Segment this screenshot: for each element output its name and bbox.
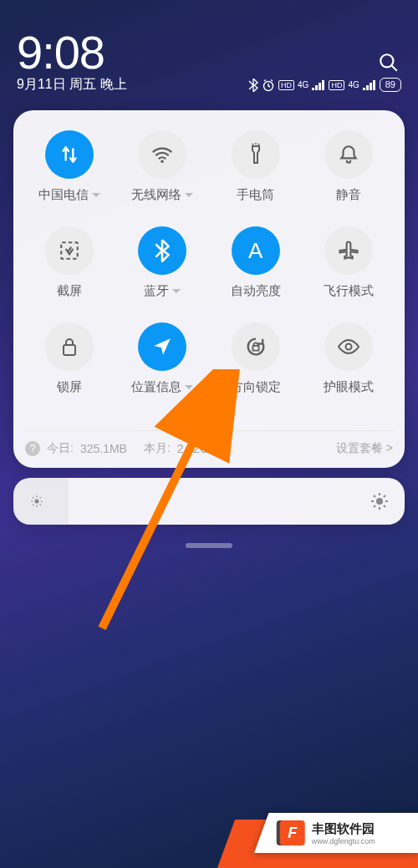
tile-bluetooth[interactable]: 蓝牙 <box>119 226 207 299</box>
data-icon <box>45 130 94 179</box>
tile-label: 蓝牙 <box>144 283 169 299</box>
tile-flashlight[interactable]: 手电筒 <box>212 130 300 203</box>
hd-badge-2-icon: HD <box>329 80 344 90</box>
search-icon <box>378 52 400 74</box>
tile-label: 位置信息 <box>131 379 181 395</box>
svg-point-1 <box>380 54 393 67</box>
letter-a-icon: A <box>232 226 280 275</box>
watermark-url: www.dgfengtu.com <box>312 837 375 845</box>
tile-label: 自动亮度 <box>231 283 281 299</box>
tiles-grid: 中国电信无线网络手电筒静音截屏蓝牙A自动亮度飞行模式锁屏位置信息方向锁定护眼模式 <box>25 130 393 395</box>
watermark-title: 丰图软件园 <box>312 821 375 835</box>
svg-point-5 <box>346 344 352 350</box>
clock-time: 9:08 <box>17 25 401 79</box>
svg-point-6 <box>35 500 39 504</box>
page-indicator <box>25 414 393 419</box>
tile-label: 手电筒 <box>237 187 274 203</box>
data-today-value: 325.1MB <box>80 442 127 455</box>
expand-icon[interactable] <box>92 193 100 197</box>
status-icons: HD 4G HD 4G 89 <box>248 78 401 92</box>
expand-icon[interactable] <box>185 385 193 389</box>
tile-eye[interactable]: 护眼模式 <box>305 322 394 395</box>
quick-settings-panel: 中国电信无线网络手电筒静音截屏蓝牙A自动亮度飞行模式锁屏位置信息方向锁定护眼模式… <box>13 110 405 468</box>
tile-label: 无线网络 <box>131 187 181 203</box>
airplane-icon <box>324 226 373 275</box>
brightness-high-icon <box>370 491 390 511</box>
data-usage-row[interactable]: ? 今日:325.1MB 本月:2.12GB 设置套餐 > <box>25 430 393 456</box>
bluetooth-status-icon <box>248 79 258 92</box>
plan-settings-link[interactable]: 设置套餐 > <box>336 441 393 456</box>
data-today-label: 今日: <box>47 441 74 456</box>
signal-2-icon <box>363 80 376 90</box>
data-month-value: 2.12GB <box>177 442 217 455</box>
status-bar: 9:08 9月11日 周五 晚上 HD 4G HD 4G 89 <box>0 0 418 100</box>
tile-label: 锁屏 <box>57 379 82 395</box>
tile-rotation[interactable]: 方向锁定 <box>212 322 300 395</box>
tile-wifi[interactable]: 无线网络 <box>119 130 207 203</box>
bell-icon <box>324 130 373 179</box>
info-icon: ? <box>25 441 40 456</box>
date-label: 9月11日 周五 晚上 <box>17 76 127 94</box>
brightness-slider[interactable] <box>13 478 405 525</box>
eye-icon <box>324 322 373 371</box>
tile-label: 静音 <box>336 187 361 203</box>
signal-4g-2-label: 4G <box>348 80 359 89</box>
flashlight-icon <box>232 130 280 179</box>
screenshot-icon <box>45 226 94 275</box>
tile-location[interactable]: 位置信息 <box>119 322 207 395</box>
tile-label: 飞行模式 <box>324 283 374 299</box>
page-dot <box>212 414 217 419</box>
signal-4g-label: 4G <box>298 80 308 89</box>
tile-label: 护眼模式 <box>324 379 374 395</box>
tile-data[interactable]: 中国电信 <box>25 130 114 203</box>
signal-icon <box>312 80 325 90</box>
expand-icon[interactable] <box>172 289 181 293</box>
tile-airplane[interactable]: 飞行模式 <box>305 226 394 299</box>
hd-badge-icon: HD <box>278 80 294 90</box>
search-button[interactable] <box>378 52 400 77</box>
tile-letter-a[interactable]: A自动亮度 <box>212 226 300 299</box>
tile-label: 截屏 <box>57 283 82 299</box>
drag-handle[interactable] <box>186 543 232 548</box>
wifi-icon <box>138 130 186 179</box>
data-month-label: 本月: <box>144 441 171 456</box>
rotation-icon <box>232 322 280 371</box>
svg-point-7 <box>376 498 383 505</box>
brightness-low-icon <box>28 493 45 510</box>
tile-lock[interactable]: 锁屏 <box>25 322 114 395</box>
svg-point-2 <box>161 160 165 163</box>
tile-label: 方向锁定 <box>231 379 281 395</box>
alarm-status-icon <box>262 79 275 92</box>
location-icon <box>138 322 186 371</box>
svg-rect-4 <box>64 345 75 355</box>
tile-label: 中国电信 <box>38 187 89 203</box>
battery-level: 89 <box>380 78 401 92</box>
tile-bell[interactable]: 静音 <box>305 130 394 203</box>
page-dot <box>201 414 206 419</box>
bluetooth-icon <box>138 226 186 275</box>
watermark-logo: F <box>280 820 305 845</box>
lock-icon <box>45 322 94 371</box>
tile-screenshot[interactable]: 截屏 <box>25 226 114 299</box>
watermark: F 丰图软件园 www.dgfengtu.com <box>254 813 418 853</box>
expand-icon[interactable] <box>185 193 193 197</box>
